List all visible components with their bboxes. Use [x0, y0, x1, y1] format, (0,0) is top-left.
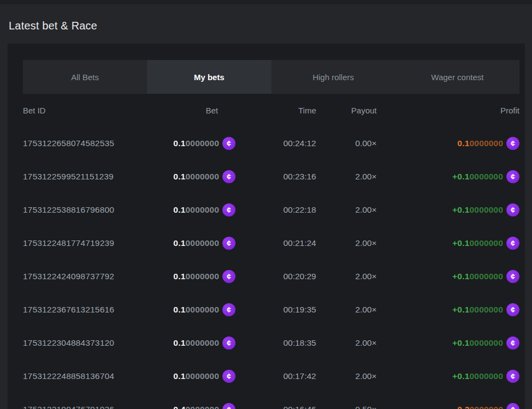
bet-value: 0.10000000 [173, 338, 219, 348]
bet-payout: 2.00× [316, 272, 377, 281]
table-row[interactable]: 1753122424098737792 0.10000000 ¢ 00:20:2… [23, 260, 519, 293]
page-title: Latest bet & Race [9, 20, 97, 32]
tab-high-rollers[interactable]: High rollers [271, 60, 396, 94]
coin-icon: ¢ [506, 137, 519, 150]
coin-icon: ¢ [506, 303, 519, 316]
bet-payout: 2.00× [316, 338, 377, 348]
bet-value: 0.10000000 [173, 172, 219, 182]
bet-id: 1753122658074582535 [23, 139, 159, 148]
table-row[interactable]: 1753122367613215616 0.10000000 ¢ 00:19:3… [23, 293, 519, 326]
bet-profit: 0.10000000 ¢ [377, 137, 519, 150]
top-band [0, 0, 532, 4]
bet-time: 00:24:12 [235, 139, 316, 148]
bet-profit: +0.10000000 ¢ [377, 270, 519, 283]
column-header-profit: Profit [377, 106, 519, 115]
table-row[interactable]: 1753122304884373120 0.10000000 ¢ 00:18:3… [23, 326, 519, 359]
coin-icon: ¢ [506, 170, 519, 183]
coin-icon: ¢ [222, 270, 235, 283]
bet-amount: 0.10000000 ¢ [159, 370, 235, 383]
profit-value: +0.10000000 [452, 371, 503, 381]
bet-time: 00:20:29 [235, 272, 316, 281]
bet-amount: 0.10000000 ¢ [159, 170, 235, 183]
bet-payout: 2.00× [316, 371, 377, 381]
bets-tab-bar: All Bets My bets High rollers Wager cont… [23, 60, 519, 94]
profit-value: +0.10000000 [452, 205, 503, 215]
bet-profit: 0.20000000 ¢ [377, 403, 519, 409]
bet-profit: +0.10000000 ¢ [377, 170, 519, 183]
profit-value: +0.10000000 [452, 338, 503, 348]
bet-amount: 0.10000000 ¢ [159, 203, 235, 216]
bet-profit: +0.10000000 ¢ [377, 237, 519, 250]
coin-icon: ¢ [506, 237, 519, 250]
table-row[interactable]: 1753122658074582535 0.10000000 ¢ 00:24:1… [23, 127, 519, 160]
bet-id: 1753122538816796800 [23, 205, 159, 215]
bet-amount: 0.10000000 ¢ [159, 270, 235, 283]
bets-panel: All Bets My bets High rollers Wager cont… [8, 44, 525, 409]
table-header: Bet ID Bet Time Payout Profit [23, 94, 519, 127]
table-row[interactable]: 1753122190476791936 0.40000000 ¢ 00:16:4… [23, 393, 519, 409]
coin-icon: ¢ [222, 203, 235, 216]
bet-payout: 2.00× [316, 205, 377, 215]
bet-profit: +0.10000000 ¢ [377, 336, 519, 350]
bet-id: 1753122367613215616 [23, 305, 159, 315]
column-header-bet-id: Bet ID [23, 106, 159, 115]
bet-id: 1753122248858136704 [23, 371, 159, 381]
tab-all-bets[interactable]: All Bets [23, 60, 147, 94]
coin-icon: ¢ [506, 336, 519, 350]
bet-time: 00:16:46 [235, 405, 316, 409]
bet-payout: 0.00× [316, 139, 377, 148]
coin-icon: ¢ [506, 403, 519, 409]
bet-value: 0.10000000 [173, 371, 219, 381]
bet-id: 1753122424098737792 [23, 272, 159, 281]
bet-time: 00:17:42 [235, 371, 316, 381]
bet-id: 1753122304884373120 [23, 338, 159, 348]
table-row[interactable]: 1753122481774719239 0.10000000 ¢ 00:21:2… [23, 226, 519, 260]
profit-value: +0.10000000 [452, 238, 503, 248]
bet-id: 1753122190476791936 [23, 405, 159, 409]
tab-my-bets[interactable]: My bets [147, 60, 271, 94]
coin-icon: ¢ [222, 403, 235, 409]
bet-value: 0.10000000 [173, 139, 219, 148]
coin-icon: ¢ [506, 270, 519, 283]
bet-value: 0.10000000 [173, 238, 219, 248]
profit-value: +0.10000000 [452, 272, 503, 281]
bet-amount: 0.10000000 ¢ [159, 303, 235, 316]
coin-icon: ¢ [222, 237, 235, 250]
column-header-time: Time [235, 106, 316, 115]
column-header-bet: Bet [159, 106, 235, 115]
bet-id: 1753122481774719239 [23, 238, 159, 248]
table-row[interactable]: 1753122248858136704 0.10000000 ¢ 00:17:4… [23, 359, 519, 393]
bet-time: 00:21:24 [235, 238, 316, 248]
coin-icon: ¢ [222, 137, 235, 150]
coin-icon: ¢ [506, 370, 519, 383]
table-row[interactable]: 1753122538816796800 0.10000000 ¢ 00:22:1… [23, 193, 519, 226]
profit-value: 0.20000000 [457, 405, 503, 409]
table-row[interactable]: 1753122599521151239 0.10000000 ¢ 00:23:1… [23, 160, 519, 193]
bet-payout: 2.00× [316, 305, 377, 315]
bet-profit: +0.10000000 ¢ [377, 303, 519, 316]
bet-payout: 0.50× [316, 405, 377, 409]
profit-value: +0.10000000 [452, 172, 503, 182]
bet-time: 00:22:18 [235, 205, 316, 215]
bet-amount: 0.10000000 ¢ [159, 137, 235, 150]
bet-value: 0.40000000 [173, 405, 219, 409]
bet-amount: 0.10000000 ¢ [159, 336, 235, 350]
bet-profit: +0.10000000 ¢ [377, 203, 519, 216]
bet-amount: 0.10000000 ¢ [159, 237, 235, 250]
bet-profit: +0.10000000 ¢ [377, 370, 519, 383]
coin-icon: ¢ [222, 170, 235, 183]
bet-time: 00:19:35 [235, 305, 316, 315]
bet-payout: 2.00× [316, 238, 377, 248]
column-header-payout: Payout [316, 106, 377, 115]
coin-icon: ¢ [222, 303, 235, 316]
bet-time: 00:18:35 [235, 338, 316, 348]
tab-wager-contest[interactable]: Wager contest [395, 60, 519, 94]
bet-value: 0.10000000 [173, 272, 219, 281]
profit-value: 0.10000000 [457, 139, 503, 148]
bet-time: 00:23:16 [235, 172, 316, 182]
bet-id: 1753122599521151239 [23, 172, 159, 182]
bet-value: 0.10000000 [173, 305, 219, 315]
profit-value: +0.10000000 [452, 305, 503, 315]
table-body: 1753122658074582535 0.10000000 ¢ 00:24:1… [23, 127, 519, 409]
bet-payout: 2.00× [316, 172, 377, 182]
